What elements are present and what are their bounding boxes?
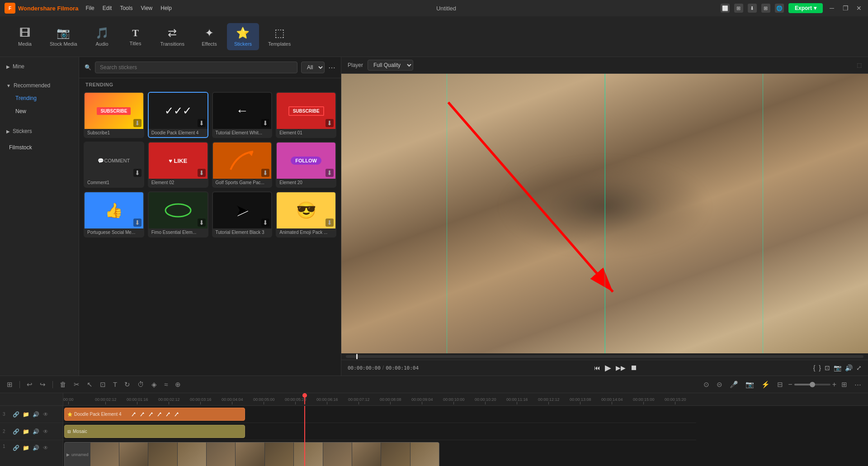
seekbar-thumb[interactable]: [356, 354, 358, 359]
sticker-card-doodle4[interactable]: ✓✓✓ ⬇ Doodle Pack Element 4: [148, 92, 208, 138]
track-1-link-button[interactable]: 🔗: [12, 444, 20, 452]
timer-button[interactable]: ⏱: [135, 379, 146, 390]
crop-button[interactable]: ⊡: [98, 379, 108, 390]
toolbar-media[interactable]: 🎞 Media: [9, 23, 41, 50]
close-button[interactable]: ✕: [854, 4, 863, 13]
mosaic-clip[interactable]: ⊟ Mosaic: [64, 425, 245, 438]
download-icon-animated-emoji[interactable]: ⬇: [326, 219, 334, 227]
snap-button[interactable]: ⊙: [701, 379, 712, 390]
sticker-card-golf[interactable]: ⬇ Golf Sports Game Pac...: [212, 142, 273, 188]
track-2-audio-button[interactable]: 🔊: [32, 428, 40, 436]
download-icon-doodle4[interactable]: ⬇: [198, 119, 206, 127]
track-3-link-button[interactable]: 🔗: [12, 410, 20, 418]
video-clip[interactable]: ▶ unnamed: [64, 442, 439, 466]
add-track-button[interactable]: ⊞: [5, 379, 15, 390]
track-2-folder-button[interactable]: 📁: [22, 428, 30, 436]
stabilize-button[interactable]: ⊕: [173, 379, 183, 390]
monitor-icon[interactable]: ⬜: [721, 4, 730, 13]
menu-tools[interactable]: Tools: [120, 5, 132, 11]
sticker-card-fimo[interactable]: ⬇ Fimo Essential Elem...: [148, 191, 208, 238]
sidebar-mine-header[interactable]: ▶ Mine: [0, 61, 79, 72]
cut-button[interactable]: ✂: [71, 379, 82, 390]
toolbar-transitions[interactable]: ⇄ Transitions: [153, 23, 192, 50]
snapshot-button[interactable]: 📷: [834, 364, 841, 371]
sidebar-stickers-header[interactable]: ▶ Stickers: [0, 125, 79, 137]
sticker-card-element20[interactable]: FOLLOW ⬇ Element 20: [276, 142, 336, 188]
more-options-button[interactable]: ⋯: [852, 379, 863, 390]
fullscreen-button[interactable]: ⤢: [856, 364, 862, 371]
sidebar-item-trending[interactable]: Trending: [3, 92, 76, 105]
play-speed-button[interactable]: ▶▶: [616, 364, 626, 371]
quality-select[interactable]: Full Quality Half Quality: [368, 60, 413, 71]
track-3-folder-button[interactable]: 📁: [22, 410, 30, 418]
camera-btn[interactable]: 📷: [743, 379, 756, 390]
toolbar-stickers[interactable]: ⭐ Stickers: [227, 23, 259, 50]
grid-icon[interactable]: ⊞: [761, 4, 770, 13]
track-1-folder-button[interactable]: 📁: [22, 444, 30, 452]
export-button[interactable]: Export ▾: [788, 3, 823, 13]
sticker-clip[interactable]: ⭐ Doodle Pack Element 4 ✓ ✓ ✓ ✓ ✓ ✓: [64, 408, 245, 421]
download-icon-subscribe1[interactable]: ⬇: [133, 119, 142, 127]
menu-file[interactable]: File: [85, 5, 94, 11]
zoom-in-button[interactable]: +: [832, 380, 836, 389]
sticker-card-portuguese[interactable]: 👍 ⬇ Portuguese Social Me...: [84, 191, 144, 238]
track-1-audio-button[interactable]: 🔊: [32, 444, 40, 452]
fit-button[interactable]: ⊡: [825, 364, 830, 371]
download-icon-element20[interactable]: ⬇: [326, 169, 334, 177]
step-back-button[interactable]: ⏮: [594, 364, 600, 371]
toolbar-stock-media[interactable]: 📷 Stock Media: [42, 23, 85, 50]
track-2-eye-button[interactable]: 👁: [42, 428, 50, 436]
pip-btn[interactable]: ⊟: [775, 379, 785, 390]
track-3-eye-button[interactable]: 👁: [42, 410, 50, 418]
mark-in-button[interactable]: {: [813, 364, 816, 371]
track-2-link-button[interactable]: 🔗: [12, 428, 20, 436]
maximize-button[interactable]: ❐: [841, 4, 850, 13]
layout-icon[interactable]: ⊞: [734, 4, 743, 13]
menu-view[interactable]: View: [141, 5, 152, 11]
menu-edit[interactable]: Edit: [103, 5, 112, 11]
split-btn[interactable]: ⚡: [759, 379, 772, 390]
sticker-card-element01[interactable]: SUBSCRIBE ⬇ Element 01: [276, 92, 336, 138]
color-button[interactable]: ◈: [149, 379, 159, 390]
download-icon-tutorial-white[interactable]: ⬇: [261, 119, 269, 127]
sticker-card-tutorial-white[interactable]: ← ⬇ Tutorial Element Whit...: [212, 92, 273, 138]
track-1-eye-button[interactable]: 👁: [42, 444, 50, 452]
stickers-more-button[interactable]: ⋯: [328, 63, 335, 72]
sticker-card-animated-emoji[interactable]: 😎 ⬇ Animated Emoji Pack ...: [276, 191, 336, 238]
undo-button[interactable]: ↩: [24, 379, 35, 390]
zoom-thumb[interactable]: [810, 382, 815, 387]
zoom-track[interactable]: [794, 384, 830, 385]
select-button[interactable]: ↖: [85, 379, 95, 390]
minimize-button[interactable]: ─: [827, 4, 836, 13]
mic-button[interactable]: 🎤: [727, 379, 741, 390]
download-icon[interactable]: ⬇: [748, 4, 757, 13]
sidebar-item-new[interactable]: New: [3, 105, 76, 118]
stickers-search-input[interactable]: [95, 62, 297, 73]
text-button[interactable]: T: [111, 379, 119, 390]
rotate-button[interactable]: ↻: [122, 379, 132, 390]
stop-button[interactable]: ⏹: [630, 364, 637, 372]
mark-out-button[interactable]: }: [819, 364, 821, 371]
toolbar-templates[interactable]: ⬚ Templates: [261, 23, 298, 50]
toolbar-titles[interactable]: T Titles: [120, 24, 151, 50]
toolbar-audio[interactable]: 🎵 Audio: [86, 23, 118, 50]
delete-button[interactable]: 🗑: [57, 379, 69, 390]
stickers-filter-select[interactable]: All: [301, 62, 325, 73]
download-icon-golf[interactable]: ⬇: [261, 169, 269, 177]
sticker-card-comment1[interactable]: 💬COMMENT ⬇ Comment1: [84, 142, 144, 188]
menu-help[interactable]: Help: [160, 5, 172, 11]
sidebar-recommended-header[interactable]: ▼ Recommended: [0, 80, 79, 91]
audio-button[interactable]: 🔊: [845, 364, 853, 371]
track-3-audio-button[interactable]: 🔊: [32, 410, 40, 418]
download-icon-fimo[interactable]: ⬇: [198, 219, 206, 227]
zoom-out-button[interactable]: −: [788, 380, 792, 389]
preview-expand-icon[interactable]: ⬚: [857, 62, 862, 68]
sidebar-item-filmstock[interactable]: Filmstock: [3, 141, 76, 154]
seekbar[interactable]: [346, 355, 863, 358]
download-icon-element01[interactable]: ⬇: [326, 119, 334, 127]
globe-icon[interactable]: 🌐: [775, 4, 784, 13]
download-icon-portuguese[interactable]: ⬇: [133, 219, 142, 227]
download-icon-tutorial-black3[interactable]: ⬇: [261, 219, 269, 227]
layout-toggle-button[interactable]: ⊞: [839, 379, 849, 390]
sticker-card-tutorial-black3[interactable]: ➤ ⬇ Tutorial Element Black 3: [212, 191, 273, 238]
